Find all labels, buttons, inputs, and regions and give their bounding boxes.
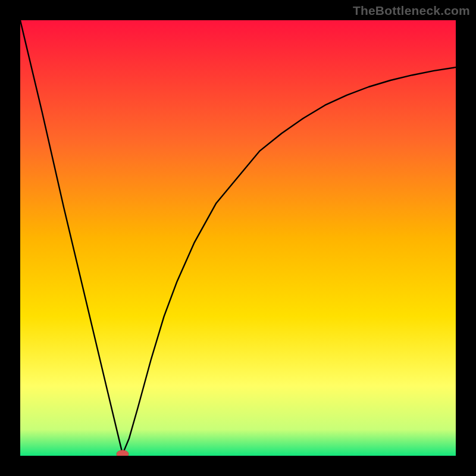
chart-svg: [20, 20, 456, 456]
chart-frame: [20, 20, 456, 456]
watermark-text: TheBottleneck.com: [353, 4, 470, 18]
plot-background: [20, 20, 456, 456]
